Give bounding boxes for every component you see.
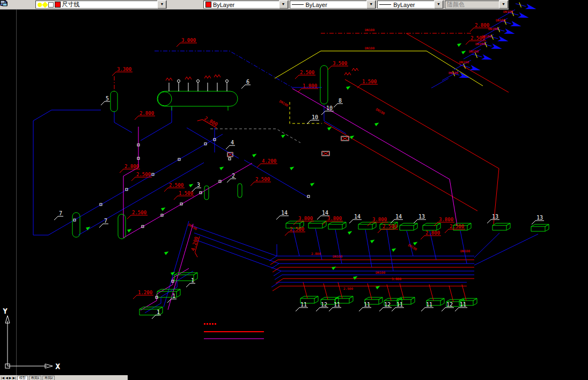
elev-label: 2.500 [295, 70, 315, 79]
flow-tick-icon [290, 165, 295, 170]
svg-text:3.800: 3.800 [372, 217, 387, 222]
layer-combo-dropdown-button[interactable]: ▼ [157, 1, 166, 9]
tab-nav-next-icon[interactable]: ▶ [9, 376, 12, 379]
layer-thaw-sun-icon[interactable] [42, 2, 48, 8]
flow-tick-icon [281, 133, 286, 138]
tag-label: DN100 [449, 71, 458, 75]
plotstyle-control-combo: 随颜色 ▼ [445, 1, 509, 9]
svg-text:3.000: 3.000 [181, 38, 196, 43]
svg-text:13: 13 [492, 214, 498, 220]
linetype-control-combo[interactable]: ByLayer ▼ [290, 1, 377, 9]
callout-label: 13 [487, 214, 499, 223]
svg-text:2.800: 2.800 [139, 111, 154, 116]
column-5 [111, 91, 117, 112]
flow-tick-icon [461, 49, 467, 54]
tab-layout1[interactable]: 布局1 [29, 376, 41, 380]
svg-text:DN100: DN100 [408, 243, 418, 251]
svg-text:8: 8 [339, 98, 342, 104]
svg-text:3.800: 3.800 [298, 216, 313, 221]
svg-text:2: 2 [232, 173, 235, 179]
tag-label: DN100 [496, 18, 505, 22]
lineweight-combo-dropdown-button[interactable]: ▼ [434, 1, 443, 9]
flow-tick-icon [164, 250, 170, 255]
svg-text:4: 4 [231, 140, 234, 145]
blue-pipes-layer [33, 51, 538, 313]
callout-label: 14 [276, 210, 289, 220]
svg-text:DN100: DN100 [365, 28, 374, 32]
layer-previous-icon[interactable] [24, 0, 34, 9]
layer-control-combo[interactable]: 尺寸线 ▼ [35, 1, 167, 9]
layer-states-icon[interactable] [12, 0, 23, 9]
svg-text:14: 14 [395, 214, 402, 220]
flow-tick-icon [376, 284, 381, 289]
callout-label: 11 [421, 302, 433, 311]
elev-label: 2.800 [197, 113, 219, 131]
elev-label: 2.500 [251, 177, 271, 186]
svg-text:2.500: 2.500 [132, 210, 146, 215]
tab-nav-first-icon[interactable]: |◀ [1, 376, 4, 379]
tag-label: 3.800 [392, 277, 401, 281]
callout-label: 4 [226, 140, 235, 149]
tag-label: 2.500 [343, 287, 353, 290]
flow-tick-icon [189, 182, 194, 187]
layer-manager-icon[interactable] [180, 0, 190, 9]
ucs-x-label: X [56, 363, 60, 370]
equipment-box [358, 222, 376, 229]
lineweight-control-combo[interactable]: ByLayer ▼ [377, 1, 444, 9]
flow-tick-icon [350, 134, 355, 139]
make-object-layer-current-icon[interactable] [168, 0, 179, 9]
tag-label: DN100 [475, 42, 485, 46]
pipe-node [229, 158, 231, 160]
red-pipes-layer [114, 33, 509, 224]
tag-label: DN100 [188, 223, 198, 231]
tab-nav-prev-icon[interactable]: ◀ [5, 376, 8, 379]
tag-label: DN100 [365, 28, 374, 32]
color-control-combo[interactable]: ByLayer ▼ [203, 1, 289, 9]
svg-text:4.200: 4.200 [262, 158, 276, 164]
elev-label: 4.200 [257, 158, 277, 167]
flow-tick-icon [348, 230, 353, 235]
tag-label: DN100 [279, 99, 289, 107]
elev-label: 4.200 [189, 235, 203, 257]
equipment-box [328, 222, 346, 229]
color-combo-dropdown-button[interactable]: ▼ [279, 1, 288, 9]
object-properties-toolbar: 尺寸线 ▼ ByLayer ▼ ByLayer ▼ ByLayer ▼ 随颜色 … [0, 0, 509, 10]
layer-translate-icon[interactable] [192, 0, 202, 9]
tab-layout2[interactable]: 布局2 [42, 376, 55, 380]
column-7b [118, 214, 126, 239]
drawing-canvas[interactable]: Y X 3.0003.3002.8002.8002.8002.5002.5001… [0, 0, 588, 380]
elev-label: 2.800 [470, 23, 490, 32]
tab-model[interactable]: 模型 [17, 376, 28, 380]
linetype-combo-dropdown-button[interactable]: ▼ [366, 1, 376, 9]
svg-text:3: 3 [197, 182, 200, 188]
svg-text:3.800: 3.800 [392, 277, 401, 281]
hidden-lines-layer [210, 129, 300, 143]
callout-label: 12 [442, 302, 454, 311]
tag-label: DN100 [459, 60, 469, 64]
layer-lock-icon[interactable] [48, 2, 54, 8]
svg-text:1.800: 1.800 [303, 83, 317, 89]
flow-direction-arrow-icon [515, 1, 537, 12]
svg-text:14: 14 [281, 210, 288, 216]
svg-text:DN100: DN100 [460, 249, 470, 253]
elev-label: 2.800 [135, 111, 155, 120]
tab-nav-last-icon[interactable]: ▶| [12, 376, 16, 379]
current-color-swatch [205, 2, 211, 8]
svg-text:12: 12 [384, 302, 391, 308]
callout-label: 11 [329, 302, 341, 311]
callout-label: 11 [296, 302, 308, 311]
callout-label: 7 [99, 218, 108, 228]
svg-text:1.500: 1.500 [362, 79, 377, 84]
svg-text:2.500: 2.500 [136, 172, 151, 177]
callout-label: 7 [54, 210, 63, 220]
flow-tick-icon [346, 85, 351, 90]
svg-text:DN100: DN100 [475, 42, 485, 46]
svg-text:10: 10 [312, 114, 318, 120]
svg-text:2.500: 2.500 [383, 224, 397, 229]
layer-on-bulb-icon[interactable] [38, 3, 42, 7]
tag-label: DN100 [333, 254, 342, 258]
magenta-pipes-layer [123, 89, 457, 310]
svg-text:13: 13 [418, 214, 425, 220]
svg-text:DN100: DN100 [496, 18, 505, 22]
svg-text:7: 7 [59, 210, 62, 216]
